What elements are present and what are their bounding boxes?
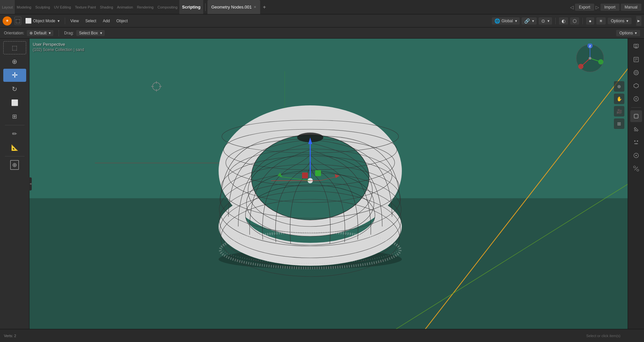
svg-point-14	[228, 149, 392, 203]
tool-transform[interactable]: ⊞	[3, 110, 26, 123]
tool-cursor[interactable]: ⊕	[3, 55, 26, 68]
world-properties-icon[interactable]	[630, 93, 642, 105]
separator-3	[582, 18, 583, 24]
workspace-rendering[interactable]: Rendering	[135, 0, 155, 14]
options-button[interactable]: Options	[608, 18, 632, 24]
zoom-to-fit-icon[interactable]: ⊕	[614, 81, 624, 92]
options-chevron-icon	[625, 19, 628, 23]
quad-view-icon[interactable]: ⊞	[614, 118, 624, 129]
tab-geometry-nodes[interactable]: Geometry Nodes.001 ✕	[207, 0, 260, 14]
workspace-animation[interactable]: Animation	[115, 0, 135, 14]
proportional-dropdown[interactable]: ⊙	[539, 17, 552, 25]
workspace-uv[interactable]: UV Editing	[52, 0, 73, 14]
modifier-properties-icon[interactable]	[630, 123, 642, 135]
drag-value-dropdown[interactable]: Select Box	[76, 30, 104, 36]
svg-point-7	[219, 187, 402, 266]
svg-point-10	[251, 135, 369, 220]
scene-properties-icon[interactable]	[630, 80, 642, 92]
select-box-icon[interactable]: ⬚	[14, 17, 21, 25]
solid-shading[interactable]: ●	[586, 17, 594, 25]
tool-add-object[interactable]: ⊕	[3, 158, 26, 171]
svg-marker-27	[308, 137, 312, 144]
tool-measure[interactable]: 📐	[3, 141, 26, 154]
object-menu[interactable]: Object	[114, 18, 131, 24]
navigation-gizmo[interactable]: Z	[575, 44, 605, 73]
sub-separator	[59, 30, 59, 36]
cursor-tool-icon: ⊕	[12, 58, 17, 65]
view-menu[interactable]: View	[68, 18, 81, 24]
object-properties-icon[interactable]	[630, 110, 642, 122]
svg-line-5	[389, 170, 628, 329]
export-button[interactable]: Export	[575, 4, 594, 11]
panel-separator	[631, 107, 641, 108]
mode-chevron-icon	[57, 19, 60, 23]
tab-close-icon[interactable]: ✕	[254, 5, 256, 9]
manual-button[interactable]: Manual	[621, 4, 641, 11]
workspace-texture[interactable]: Texture Paint	[73, 0, 98, 14]
svg-rect-0	[29, 198, 628, 329]
rendered-shading[interactable]: ☀	[596, 17, 606, 25]
svg-point-51	[589, 57, 591, 60]
orientation-dropdown[interactable]: 🌐 Global	[492, 17, 520, 25]
scale-tool-icon: ⬜	[11, 99, 18, 106]
svg-point-16	[220, 164, 401, 233]
tool-annotate[interactable]: ✏	[3, 127, 26, 140]
snap-dropdown[interactable]: 🔗	[522, 17, 537, 25]
workspace-layout[interactable]: Layout	[0, 0, 15, 14]
viewport-options-button[interactable]: Options	[616, 30, 640, 36]
svg-rect-1	[29, 198, 628, 329]
left-toolbar-collapse[interactable]: ◀	[29, 177, 32, 190]
select-menu[interactable]: Select	[83, 18, 99, 24]
svg-text:Z: Z	[589, 45, 591, 48]
svg-point-37	[221, 232, 399, 263]
svg-point-21	[251, 135, 369, 220]
drag-chevron-icon	[99, 31, 102, 35]
separator-1	[65, 18, 65, 24]
select-box-tool-icon: ⬚	[12, 44, 17, 51]
tool-scale[interactable]: ⬜	[3, 96, 26, 109]
tool-select[interactable]: ⬚	[3, 41, 26, 54]
svg-point-64	[635, 143, 637, 144]
output-properties-icon[interactable]	[630, 54, 642, 65]
workspace-shading[interactable]: Shading	[98, 0, 115, 14]
svg-point-20	[221, 199, 400, 277]
add-menu[interactable]: Add	[100, 18, 112, 24]
svg-point-6	[219, 249, 402, 269]
pan-icon[interactable]: ✋	[614, 94, 624, 104]
workspace-modeling[interactable]: Modeling	[15, 0, 33, 14]
svg-point-70	[637, 169, 639, 171]
xray-icon[interactable]: ⬡	[570, 17, 579, 25]
orientation-icon: 🌐	[494, 18, 500, 24]
svg-point-65	[634, 143, 635, 144]
svg-point-17	[219, 173, 401, 246]
svg-line-4	[422, 39, 628, 329]
view-layer-icon[interactable]	[630, 67, 642, 79]
workspace-compositing[interactable]: Compositing	[155, 0, 179, 14]
constraints-properties-icon[interactable]	[630, 163, 642, 174]
tool-rotate[interactable]: ↻	[3, 82, 26, 96]
particles-properties-icon[interactable]	[630, 136, 642, 148]
measure-tool-icon: 📐	[11, 144, 18, 151]
svg-point-68	[635, 155, 637, 156]
overlay-icon[interactable]: ◐	[559, 17, 568, 25]
svg-point-38	[152, 82, 160, 90]
render-properties-icon[interactable]	[630, 41, 642, 52]
orientation-value-dropdown[interactable]: ⊕ Default	[27, 30, 53, 36]
camera-view-icon[interactable]: 🎥	[614, 106, 624, 117]
svg-point-11	[222, 120, 399, 153]
orientation-dropdown-chevron	[48, 31, 51, 35]
import-button[interactable]: Import	[600, 4, 619, 11]
viewport[interactable]: Z ⊕ ✋ 🎥 ⊞ User Perspective (102) Scene C…	[29, 39, 628, 329]
snap-icon: 🔗	[524, 18, 530, 24]
svg-point-53	[635, 45, 637, 47]
panel-toggle[interactable]: ▶	[636, 16, 641, 26]
arrow-right-icon: ▷	[596, 5, 599, 10]
workspace-sculpting[interactable]: Sculpting	[33, 0, 52, 14]
grid-svg	[29, 39, 628, 329]
add-tab-button[interactable]: +	[260, 0, 268, 14]
left-tool-separator	[5, 125, 25, 125]
workspace-scripting[interactable]: Scripting	[179, 0, 203, 14]
tool-move[interactable]: ✛	[3, 69, 26, 82]
physics-properties-icon[interactable]	[630, 150, 642, 161]
viewport-shading-dropdown[interactable]: ⬜ Object Mode	[23, 17, 62, 25]
